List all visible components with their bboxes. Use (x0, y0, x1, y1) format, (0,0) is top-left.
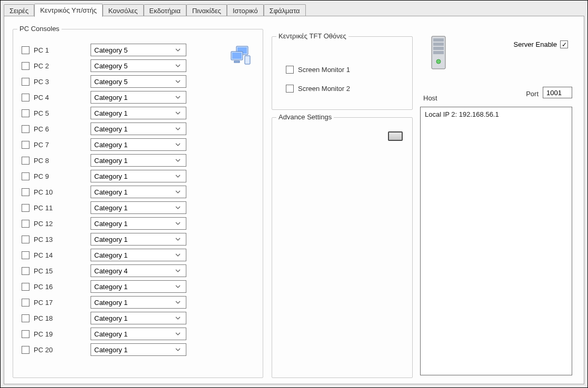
groupbox-advance-settings-legend: Advance Settings (276, 113, 334, 121)
chevron-down-icon (175, 127, 183, 130)
pc-row: PC 12Category 1 (22, 216, 186, 231)
pc-category-combo[interactable]: Category 1 (91, 122, 186, 135)
pc-checkbox[interactable] (22, 346, 29, 354)
pc-category-value: Category 5 (94, 78, 128, 86)
pc-label: PC 19 (34, 330, 91, 338)
tft-label: Screen Monitor 1 (298, 66, 350, 74)
pc-label: PC 6 (34, 125, 91, 133)
pc-checkbox[interactable] (22, 204, 29, 212)
host-label: Host (423, 94, 437, 102)
pc-category-combo[interactable]: Category 5 (91, 44, 186, 56)
pc-category-combo[interactable]: Category 1 (91, 201, 186, 214)
pc-label: PC 16 (34, 283, 91, 291)
pc-category-value: Category 1 (94, 314, 128, 322)
pc-label: PC 11 (34, 204, 91, 212)
pc-category-combo[interactable]: Category 5 (91, 75, 186, 88)
pc-category-value: Category 1 (94, 141, 128, 149)
tab-series[interactable]: Σειρές (4, 4, 34, 16)
tab-dispensers[interactable]: Εκδοτήρια (144, 4, 186, 16)
pc-row: PC 13Category 1 (22, 231, 186, 247)
pc-checkbox[interactable] (22, 267, 29, 275)
svg-rect-2 (245, 56, 250, 64)
pc-category-combo[interactable]: Category 1 (91, 249, 186, 261)
pc-category-combo[interactable]: Category 1 (91, 138, 186, 151)
pc-checkbox[interactable] (22, 109, 29, 117)
pc-checkbox[interactable] (22, 125, 29, 133)
pc-category-combo[interactable]: Category 1 (91, 296, 186, 309)
host-list-item[interactable]: Local IP 2: 192.168.56.1 (425, 110, 567, 118)
pc-category-combo[interactable]: Category 1 (91, 280, 186, 293)
pc-category-value: Category 5 (94, 46, 128, 54)
pc-category-combo[interactable]: Category 1 (91, 217, 186, 230)
pc-category-value: Category 1 (94, 283, 128, 291)
pc-category-value: Category 1 (94, 109, 128, 117)
pc-label: PC 13 (34, 236, 91, 243)
tab-signs[interactable]: Πινακίδες (186, 4, 227, 16)
pc-checkbox[interactable] (22, 78, 29, 86)
pc-checkbox[interactable] (22, 46, 29, 54)
pc-checkbox[interactable] (22, 62, 29, 70)
pc-checkbox[interactable] (22, 220, 29, 228)
tft-row: Screen Monitor 1 (286, 60, 350, 79)
pc-row: PC 20Category 1 (22, 342, 186, 358)
pc-checkbox[interactable] (22, 283, 29, 291)
svg-rect-4 (232, 53, 242, 59)
settings-panel-icon[interactable] (388, 131, 403, 141)
pc-category-combo[interactable]: Category 1 (91, 233, 186, 246)
tft-checkbox[interactable] (286, 85, 294, 93)
pc-category-value: Category 4 (94, 267, 128, 275)
chevron-down-icon (175, 190, 183, 193)
tab-central-server[interactable]: Κεντρικός Υπ/στής (34, 4, 103, 17)
pc-label: PC 3 (34, 78, 91, 86)
pc-checkbox[interactable] (22, 172, 29, 180)
chevron-down-icon (175, 206, 183, 209)
pc-category-combo[interactable]: Category 1 (91, 343, 186, 356)
port-input-value: 1001 (546, 89, 562, 97)
pc-category-combo[interactable]: Category 1 (91, 154, 186, 167)
chevron-down-icon (175, 175, 183, 178)
tabstrip: Σειρές Κεντρικός Υπ/στής Κονσόλες Εκδοτή… (4, 4, 306, 16)
pc-category-combo[interactable]: Category 1 (91, 328, 186, 340)
tab-history[interactable]: Ιστορικό (227, 4, 264, 16)
pc-checkbox[interactable] (22, 141, 29, 149)
pc-category-combo[interactable]: Category 1 (91, 186, 186, 198)
pc-label: PC 14 (34, 251, 91, 259)
chevron-down-icon (175, 222, 183, 225)
host-listbox[interactable]: Local IP 2: 192.168.56.1 (420, 107, 572, 375)
pc-category-value: Category 1 (94, 172, 128, 180)
server-enable-wrap: Server Enable (514, 40, 572, 48)
pc-checkbox[interactable] (22, 251, 29, 259)
tft-checkbox[interactable] (286, 66, 294, 74)
pc-row: PC 7Category 1 (22, 137, 186, 152)
pc-checkbox[interactable] (22, 236, 29, 243)
pc-checkbox[interactable] (22, 157, 29, 165)
pc-checkbox[interactable] (22, 299, 29, 307)
server-enable-checkbox[interactable] (560, 40, 568, 48)
server-enable-label: Server Enable (514, 40, 557, 48)
tab-errors[interactable]: Σφάλματα (264, 4, 306, 16)
pc-category-combo[interactable]: Category 1 (91, 170, 186, 182)
port-input[interactable]: 1001 (543, 87, 572, 98)
chevron-down-icon (175, 301, 183, 304)
pc-label: PC 17 (34, 299, 91, 307)
pc-category-combo[interactable]: Category 5 (91, 59, 186, 72)
tft-row: Screen Monitor 2 (286, 79, 350, 98)
tft-list: Screen Monitor 1Screen Monitor 2 (286, 60, 350, 98)
svg-rect-5 (234, 61, 240, 63)
pc-category-value: Category 5 (94, 62, 128, 70)
pc-category-combo[interactable]: Category 1 (91, 107, 186, 119)
tab-consoles[interactable]: Κονσόλες (103, 4, 144, 16)
pc-category-combo[interactable]: Category 1 (91, 312, 186, 324)
pc-checkbox[interactable] (22, 188, 29, 196)
pc-category-combo[interactable]: Category 4 (91, 264, 186, 277)
pc-label: PC 1 (34, 46, 91, 54)
chevron-down-icon (175, 238, 183, 241)
pc-category-combo[interactable]: Category 1 (91, 91, 186, 104)
pc-label: PC 15 (34, 267, 91, 275)
chevron-down-icon (175, 159, 183, 162)
pc-label: PC 4 (34, 94, 91, 101)
pc-checkbox[interactable] (22, 94, 29, 101)
pc-row: PC 17Category 1 (22, 294, 186, 310)
pc-checkbox[interactable] (22, 314, 29, 322)
pc-checkbox[interactable] (22, 330, 29, 338)
